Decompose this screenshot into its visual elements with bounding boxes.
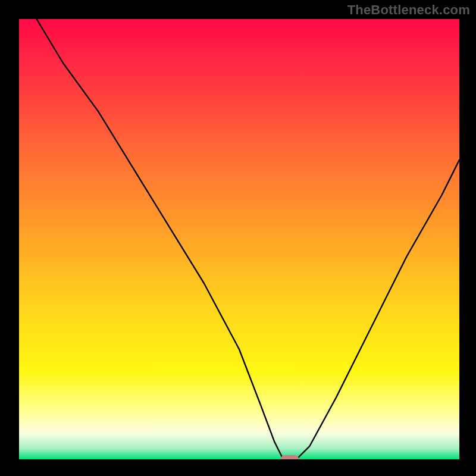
bottleneck-chart	[0, 0, 476, 476]
watermark-text: TheBottleneck.com	[347, 2, 470, 18]
chart-container: { "watermark": "TheBottleneck.com", "cha…	[0, 0, 476, 476]
frame-right	[459, 0, 476, 476]
plot-background	[19, 19, 459, 459]
frame-bottom	[0, 459, 476, 476]
frame-left	[0, 0, 19, 476]
